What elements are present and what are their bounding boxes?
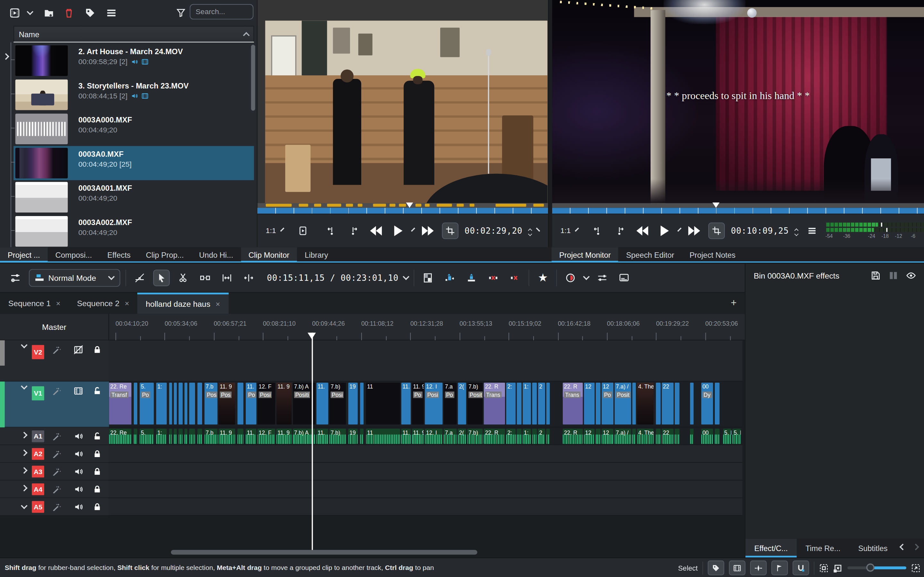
track-name-chip[interactable]: A1 [32, 430, 44, 442]
expand-track-icon[interactable] [16, 453, 32, 455]
timeline-zoom-slider[interactable] [847, 566, 906, 569]
collapse-track-icon[interactable] [16, 345, 32, 347]
subtitles-button[interactable] [616, 269, 632, 286]
monitor-zoom-label[interactable]: 1:1 [561, 227, 571, 235]
bin-menu-button[interactable] [103, 5, 119, 21]
render-button[interactable] [562, 269, 579, 286]
project-monitor-timecode[interactable]: 00:10:09,25 [731, 226, 788, 235]
track-header-a5[interactable]: A5 [0, 498, 109, 516]
audio-clip[interactable] [675, 429, 680, 444]
project-monitor-video[interactable]: * * proceeds to spit in his hand * * [552, 0, 924, 203]
monitor-menu-button[interactable] [804, 222, 820, 239]
lock-track-icon[interactable] [88, 502, 107, 511]
show-markers-button[interactable] [708, 561, 724, 575]
audio-clip[interactable]: 2( [458, 429, 466, 444]
video-clip[interactable]: 11. [317, 383, 328, 424]
track-name-chip[interactable]: V2 [32, 345, 44, 359]
track-name-chip[interactable]: A2 [32, 448, 44, 460]
clip-monitor-timecode[interactable]: 00:02:29,20 [465, 226, 522, 235]
lock-track-icon[interactable] [88, 484, 107, 494]
search-input[interactable] [190, 4, 253, 19]
audio-clip[interactable] [169, 429, 172, 444]
video-clip[interactable]: 7.aPo [444, 383, 457, 424]
video-clip[interactable] [360, 383, 363, 424]
lock-track-icon[interactable] [88, 449, 107, 458]
zone-mode-button[interactable] [442, 222, 459, 239]
tab-effects[interactable]: Effects [100, 247, 138, 263]
audio-clip[interactable]: 11. [401, 429, 411, 444]
mute-track-icon[interactable] [69, 449, 88, 458]
audio-mixer-button[interactable] [594, 269, 611, 286]
audio-clip[interactable]: 12 [602, 429, 614, 444]
video-clip[interactable] [179, 383, 183, 424]
audio-clip[interactable] [237, 429, 243, 444]
video-clip[interactable]: 7.bPos [204, 383, 217, 424]
video-clip[interactable]: 11. 9Po [412, 383, 424, 424]
audio-clip[interactable] [532, 429, 537, 444]
add-clip-button[interactable] [7, 5, 23, 21]
audio-clip[interactable]: 00 [701, 429, 713, 444]
audio-clip[interactable]: 1: [156, 429, 167, 444]
lock-track-icon[interactable] [88, 386, 107, 396]
audio-clip[interactable]: 7.a [444, 429, 457, 444]
tag-button[interactable] [82, 5, 98, 21]
snap-toggle-button[interactable] [132, 269, 148, 286]
video-clip[interactable]: 2: [506, 383, 515, 424]
selection-tool-button[interactable] [153, 269, 170, 286]
timeline-ruler[interactable]: Master 00:04:10;2000:05:34;0600:06:57;21… [0, 314, 745, 340]
sequence-tab[interactable]: Sequence 1× [0, 293, 69, 314]
audio-clip[interactable] [656, 429, 661, 444]
show-guides-button[interactable] [771, 561, 788, 575]
track-name-chip[interactable]: V1 [32, 386, 44, 400]
zone-in-button[interactable] [323, 222, 339, 239]
video-clip[interactable]: 2( [458, 383, 466, 424]
mute-track-icon[interactable] [69, 484, 88, 494]
show-video-thumbnails-button[interactable] [729, 561, 745, 575]
audio-clip[interactable]: 11. [246, 429, 256, 444]
monitor-zoom-label[interactable]: 1:1 [266, 227, 276, 235]
video-clip[interactable]: 19 [349, 383, 358, 424]
spacer-tool-button[interactable] [197, 269, 213, 286]
bin-clip-row[interactable]: 0003A002.MXF00:04:49;20 [13, 214, 254, 247]
play-menu-chevron-icon[interactable] [411, 227, 415, 232]
video-clip[interactable]: 7.b)Posit [467, 383, 483, 424]
overwrite-zone-button[interactable] [463, 269, 480, 286]
video-clip[interactable] [189, 383, 195, 424]
audio-clip[interactable] [174, 429, 177, 444]
clip-monitor-seekbar[interactable] [258, 208, 548, 213]
video-clip[interactable]: 11. 9Pos [218, 383, 235, 424]
tab-library[interactable]: Library [297, 247, 336, 263]
video-clip[interactable] [237, 383, 243, 424]
show-video-icon[interactable] [69, 386, 88, 396]
video-clip[interactable]: 1: [523, 383, 531, 424]
add-sequence-button[interactable]: + [731, 298, 737, 309]
favorite-effects-button[interactable]: ★ [535, 269, 551, 286]
tab-scroll-right-icon[interactable] [913, 544, 919, 550]
audio-clip[interactable]: 1: [523, 429, 531, 444]
track-lane-v1[interactable]: 22. ReTransf5.Po1:7.bPos11. 9Pos11.Po12.… [109, 382, 742, 427]
tree-expand-icon[interactable] [3, 53, 9, 60]
audio-clip[interactable]: 22 [662, 429, 674, 444]
tab-speech-editor[interactable]: Speech Editor [619, 247, 682, 263]
video-clip[interactable] [184, 383, 187, 424]
video-clip[interactable]: 11. 9 [276, 383, 292, 424]
video-clip[interactable]: 11 [366, 383, 401, 424]
video-clip[interactable]: 22 [662, 383, 674, 424]
insert-zone-button[interactable] [441, 269, 458, 286]
edit-mode-dropdown[interactable]: Normal Mode [29, 269, 120, 287]
track-effects-button[interactable] [44, 502, 69, 511]
expand-track-icon[interactable] [16, 435, 32, 437]
track-header-a1[interactable]: A1 [0, 427, 109, 445]
close-icon[interactable]: × [125, 299, 129, 308]
rewind-button[interactable] [368, 222, 384, 239]
chevron-down-icon[interactable] [575, 227, 579, 232]
audio-clip[interactable]: 11. 9 [412, 429, 424, 444]
audio-clip[interactable] [715, 429, 720, 444]
video-clip[interactable] [517, 383, 522, 424]
bin-clip-row[interactable]: 0003A001.MXF00:04:49;20 [13, 180, 254, 214]
clip-monitor-playhead-icon[interactable] [406, 203, 413, 208]
video-clip[interactable]: 11. [401, 383, 411, 424]
audio-clip[interactable]: 5. EP [732, 429, 741, 444]
bin-clip-row[interactable]: 0003A0.MXF00:04:49;20 [25] [13, 146, 254, 181]
project-monitor-seekbar[interactable] [552, 208, 924, 213]
